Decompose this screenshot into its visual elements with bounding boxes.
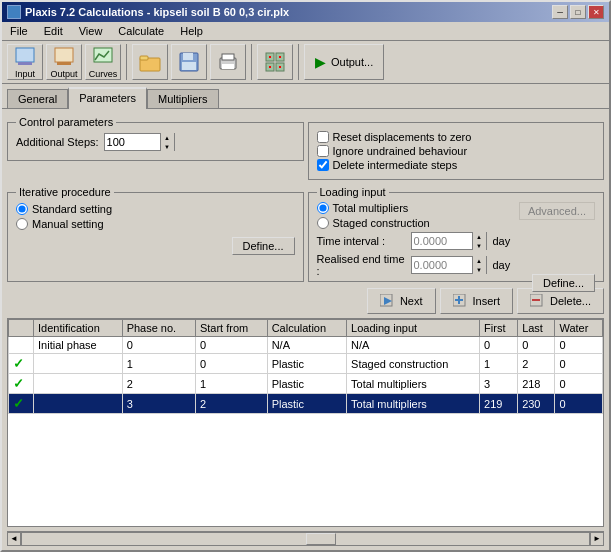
- col-first: First: [480, 320, 518, 337]
- menu-help[interactable]: Help: [176, 24, 207, 38]
- standard-setting-label: Standard setting: [32, 203, 112, 215]
- row-last: 218: [518, 374, 555, 394]
- staged-construction-radio[interactable]: [317, 217, 329, 229]
- realised-end-input[interactable]: [412, 257, 472, 273]
- ignore-undrained-checkbox[interactable]: [317, 145, 329, 157]
- additional-steps-label: Additional Steps:: [16, 136, 99, 148]
- row-water: 0: [555, 354, 603, 374]
- iterative-procedure-group: Iterative procedure Standard setting Man…: [7, 184, 304, 282]
- additional-steps-input[interactable]: [105, 134, 160, 150]
- advanced-button[interactable]: Advanced...: [519, 202, 595, 220]
- loading-input-title: Loading input: [317, 186, 389, 198]
- tab-general[interactable]: General: [7, 89, 68, 108]
- scroll-left-button[interactable]: ◄: [7, 532, 21, 546]
- iterative-define-button[interactable]: Define...: [232, 237, 295, 255]
- additional-steps-spin-buttons: ▲ ▼: [160, 133, 174, 151]
- realised-end-spin-buttons: ▲ ▼: [472, 256, 486, 274]
- checkboxes-group: Reset displacements to zero Ignore undra…: [308, 114, 605, 180]
- menu-calculate[interactable]: Calculate: [114, 24, 168, 38]
- table-row[interactable]: ✓ 3 2 Plastic Total multipliers 219 230 …: [9, 394, 603, 414]
- realised-end-up[interactable]: ▲: [472, 256, 486, 265]
- menu-file[interactable]: File: [6, 24, 32, 38]
- row-loading-input: Staged construction: [347, 354, 480, 374]
- scrollbar-thumb[interactable]: [306, 533, 336, 545]
- curves-label: Curves: [89, 69, 118, 79]
- loading-radio-group: Total multipliers Staged construction Ti…: [317, 202, 519, 277]
- output-main-button[interactable]: ▶ Output...: [304, 44, 384, 80]
- save-icon: [178, 51, 200, 73]
- manual-setting-radio[interactable]: [16, 218, 28, 230]
- table-header-row: Identification Phase no. Start from Calc…: [9, 320, 603, 337]
- additional-steps-up[interactable]: ▲: [160, 133, 174, 142]
- delete-intermediate-row: Delete intermediate steps: [317, 159, 596, 171]
- tab-multipliers[interactable]: Multipliers: [147, 89, 219, 108]
- svg-rect-3: [57, 62, 71, 65]
- toolbar-separator-2: [251, 44, 252, 80]
- row-loading-input: Total multipliers: [347, 374, 480, 394]
- row-start-from: 0: [195, 337, 267, 354]
- close-button[interactable]: ✕: [588, 5, 604, 19]
- row-last: 230: [518, 394, 555, 414]
- main-window: Plaxis 7.2 Calculations - kipseli soil B…: [0, 0, 611, 552]
- standard-setting-radio[interactable]: [16, 203, 28, 215]
- title-bar: Plaxis 7.2 Calculations - kipseli soil B…: [2, 2, 609, 22]
- control-parameters-title: Control parameters: [16, 116, 116, 128]
- row-last: 0: [518, 337, 555, 354]
- total-multipliers-radio[interactable]: [317, 202, 329, 214]
- title-buttons: ─ □ ✕: [552, 5, 604, 19]
- svg-rect-20: [279, 66, 281, 68]
- control-parameters-box: Control parameters Additional Steps: ▲ ▼: [7, 122, 304, 161]
- bottom-groups: Iterative procedure Standard setting Man…: [7, 184, 604, 282]
- time-interval-label: Time interval :: [317, 235, 407, 247]
- next-icon: [380, 294, 396, 308]
- scrollbar-track[interactable]: [21, 532, 590, 546]
- row-first: 0: [480, 337, 518, 354]
- tab-parameters[interactable]: Parameters: [68, 87, 147, 109]
- time-interval-unit: day: [493, 235, 511, 247]
- realised-end-down[interactable]: ▼: [472, 265, 486, 274]
- maximize-button[interactable]: □: [570, 5, 586, 19]
- col-identification: Identification: [34, 320, 123, 337]
- menu-edit[interactable]: Edit: [40, 24, 67, 38]
- table-row[interactable]: ✓ 2 1 Plastic Total multipliers 3 218 0: [9, 374, 603, 394]
- time-interval-input[interactable]: [412, 233, 472, 249]
- loading-define-button[interactable]: Define...: [532, 274, 595, 292]
- svg-rect-19: [269, 66, 271, 68]
- realised-end-spinbox[interactable]: ▲ ▼: [411, 256, 487, 274]
- print-button[interactable]: [210, 44, 246, 80]
- svg-rect-6: [140, 56, 148, 60]
- table-row[interactable]: Initial phase 0 0 N/A N/A 0 0 0: [9, 337, 603, 354]
- input-button[interactable]: Input: [7, 44, 43, 80]
- realised-end-unit: day: [493, 259, 511, 271]
- table-row[interactable]: ✓ 1 0 Plastic Staged construction 1 2 0: [9, 354, 603, 374]
- time-interval-up[interactable]: ▲: [472, 232, 486, 241]
- row-water: 0: [555, 374, 603, 394]
- time-interval-down[interactable]: ▼: [472, 241, 486, 250]
- curves-button[interactable]: Curves: [85, 44, 121, 80]
- iterative-procedure-box: Iterative procedure Standard setting Man…: [7, 192, 304, 282]
- folder-button[interactable]: [132, 44, 168, 80]
- reset-displacements-checkbox[interactable]: [317, 131, 329, 143]
- loading-input-content: Total multipliers Staged construction Ti…: [317, 202, 596, 292]
- reset-displacements-row: Reset displacements to zero: [317, 131, 596, 143]
- output-button[interactable]: Output: [46, 44, 82, 80]
- ignore-undrained-label: Ignore undrained behaviour: [333, 145, 468, 157]
- scroll-right-button[interactable]: ►: [590, 532, 604, 546]
- total-multipliers-label: Total multipliers: [333, 202, 409, 214]
- additional-steps-spinbox[interactable]: ▲ ▼: [104, 133, 175, 151]
- row-calculation: Plastic: [267, 394, 346, 414]
- title-bar-left: Plaxis 7.2 Calculations - kipseli soil B…: [7, 5, 289, 19]
- save-button[interactable]: [171, 44, 207, 80]
- time-interval-spinbox[interactable]: ▲ ▼: [411, 232, 487, 250]
- col-start-from: Start from: [195, 320, 267, 337]
- minimize-button[interactable]: ─: [552, 5, 568, 19]
- staged-construction-label: Staged construction: [333, 217, 430, 229]
- row-last: 2: [518, 354, 555, 374]
- additional-steps-down[interactable]: ▼: [160, 142, 174, 151]
- delete-intermediate-checkbox[interactable]: [317, 159, 329, 171]
- svg-rect-18: [279, 56, 281, 58]
- grid-button[interactable]: [257, 44, 293, 80]
- loading-input-box: Loading input Total multipliers Staged c…: [308, 192, 605, 282]
- menu-view[interactable]: View: [75, 24, 107, 38]
- content-area: Control parameters Additional Steps: ▲ ▼: [2, 108, 609, 550]
